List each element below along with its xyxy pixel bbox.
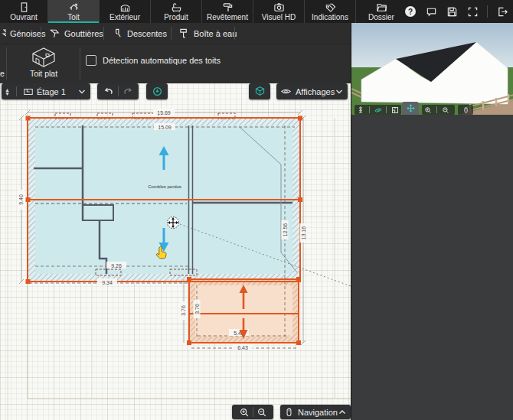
tab-revetement[interactable]: Revêtement — [201, 0, 253, 23]
eye-icon — [280, 86, 292, 97]
tab-label: Revêtement — [207, 13, 248, 21]
orbit-icon — [374, 106, 382, 114]
cube-icon — [254, 86, 266, 97]
genoises-button[interactable]: Génoises — [2, 23, 45, 44]
affichages-dropdown[interactable]: Affichages — [276, 83, 348, 99]
redo-icon[interactable] — [122, 86, 133, 97]
tab-produit[interactable]: Produit — [150, 0, 201, 23]
chevron-down-icon — [78, 89, 86, 95]
floor-plan-canvas[interactable]: 15.69 15.09 9.40 12.56 13.16 9.26 9.34 3… — [0, 83, 351, 420]
move-cursor-icon — [168, 217, 179, 229]
door-icon — [18, 2, 30, 13]
divider — [171, 27, 172, 40]
tab-indications[interactable]: Indications — [304, 0, 355, 23]
tab-label: Extérieur — [109, 13, 140, 21]
zoom-in-icon — [424, 106, 432, 114]
tab-toit[interactable]: Toit — [47, 0, 99, 23]
dim-ext-left-inner: 3.76 — [194, 304, 200, 314]
walk-mode-button[interactable] — [355, 106, 367, 114]
top-tab-bar: Ouvrant Toit Extérieur Produit Revêtemen… — [0, 0, 513, 23]
fullscreen-button[interactable] — [466, 5, 479, 18]
divider — [253, 407, 253, 417]
descentes-button[interactable]: Descentes — [112, 23, 167, 44]
dim-right-inner: 12.56 — [283, 223, 288, 237]
preview-mouse-group — [458, 105, 473, 115]
main-tabs: Ouvrant Toit Extérieur Produit Revêtemen… — [0, 0, 407, 23]
roof-options-toolbar: e Toit plat Détection automatique des to… — [0, 44, 351, 83]
move-arrows-icon — [407, 104, 415, 112]
navigation-label: Navigation — [298, 408, 338, 417]
tab-label: Indications — [312, 13, 348, 21]
divider — [118, 86, 119, 96]
divider — [80, 47, 80, 80]
flat-roof-label: Toit plat — [30, 69, 57, 78]
plan-view-button[interactable] — [389, 106, 401, 114]
divider — [487, 5, 488, 18]
zoom-out-icon — [442, 106, 449, 114]
compass-rotate-icon — [152, 86, 163, 97]
roof-icon — [68, 2, 80, 13]
toolbar-label: Boîte à eau — [194, 29, 237, 38]
room-label: Combles perdus — [148, 184, 181, 189]
dim-right-outer: 13.16 — [301, 226, 306, 240]
tab-label: Visuel HD — [262, 13, 296, 21]
dim-ext-left-outer: 3.76 — [181, 305, 186, 316]
dim-top-inner: 15.09 — [158, 125, 172, 130]
preview-3d[interactable] — [351, 23, 513, 115]
tab-label: Produit — [164, 13, 188, 21]
zoom-out-icon[interactable] — [256, 407, 267, 418]
tab-label: Dossier — [368, 13, 394, 21]
divider — [41, 27, 41, 40]
exit-button[interactable] — [496, 5, 508, 18]
floor-selector[interactable]: ▲▼ Étage 1 — [2, 83, 90, 99]
tab-visuel-hd[interactable]: Visuel HD — [253, 0, 304, 23]
preview-zoom-in-button[interactable] — [422, 106, 434, 114]
right-panel — [351, 23, 513, 420]
tab-ouvrant[interactable]: Ouvrant — [0, 0, 47, 23]
dim-top-outer: 15.69 — [157, 110, 171, 116]
topbar-actions: ? — [404, 0, 508, 23]
preview-mouse-button[interactable] — [459, 106, 472, 114]
undo-icon[interactable] — [103, 86, 115, 97]
pan-mode-button-selected[interactable] — [402, 102, 419, 115]
view-3d-button[interactable] — [249, 83, 270, 99]
divider — [234, 27, 235, 40]
pergola-icon — [119, 2, 131, 13]
gutter-icon — [49, 28, 60, 39]
gouttieres-button[interactable]: Gouttières — [49, 23, 103, 44]
person-icon — [357, 106, 364, 114]
preview-zoom-out-button[interactable] — [439, 106, 452, 114]
preview-zoom-group — [422, 105, 455, 115]
save-button[interactable] — [446, 5, 458, 18]
properties-panel-empty — [351, 115, 513, 420]
help-button[interactable]: ? — [404, 5, 417, 18]
roof-elements-toolbar: Génoises Gouttières Descentes Boîte à ea… — [0, 23, 351, 44]
divider — [16, 86, 17, 96]
auto-detect-checkbox[interactable] — [86, 55, 96, 66]
house-3d-render — [351, 23, 513, 115]
floor-plan-icon — [23, 86, 34, 97]
toolbar-label: Gouttières — [64, 29, 103, 38]
floor-plan-drawing: 15.69 15.09 9.40 12.56 13.16 9.26 9.34 3… — [0, 83, 351, 420]
dim-bottom-inner: 9.26 — [111, 263, 122, 269]
downspout-icon — [112, 28, 123, 39]
flat-roof-icon — [28, 46, 59, 69]
rotate-button[interactable] — [146, 83, 168, 99]
roof-design-app: Ouvrant Toit Extérieur Produit Revêtemen… — [0, 0, 513, 420]
comment-icon — [426, 6, 437, 18]
flat-roof-button[interactable]: Toit plat — [17, 46, 70, 82]
dim-bottom-outer: 9.34 — [102, 280, 113, 285]
orbit-mode-button[interactable] — [372, 106, 384, 114]
zoom-in-icon[interactable] — [239, 407, 250, 418]
tags-icon — [325, 2, 336, 13]
floor-selector-label: Étage 1 — [37, 87, 66, 96]
navigation-dropdown[interactable]: Navigation — [280, 405, 351, 419]
floor-spinner[interactable]: ▲▼ — [5, 88, 10, 96]
exit-icon — [497, 6, 508, 18]
save-icon — [446, 6, 458, 18]
comments-button[interactable] — [425, 5, 437, 18]
tab-dossier[interactable]: Dossier — [355, 0, 407, 23]
tab-exterieur[interactable]: Extérieur — [99, 0, 150, 23]
paint-roller-icon — [222, 2, 234, 13]
boite-a-eau-button[interactable]: Boîte à eau — [178, 23, 237, 44]
